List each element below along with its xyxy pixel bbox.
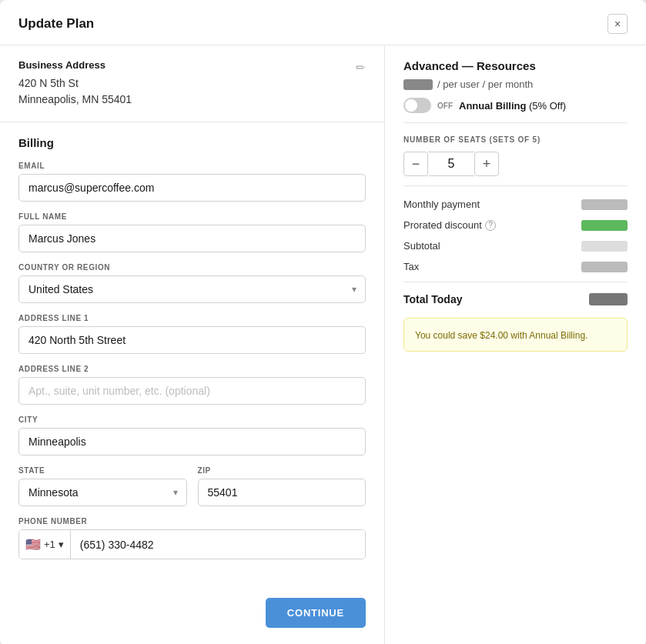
country-label: COUNTRY OR REGION — [18, 263, 366, 272]
flag-icon: 🇺🇸 — [25, 537, 41, 552]
city-label: CITY — [18, 415, 366, 424]
annual-billing-toggle[interactable] — [403, 98, 431, 113]
business-address-content: Business Address 420 N 5th St Minneapoli… — [18, 59, 132, 108]
prorated-discount-value — [581, 220, 628, 231]
edit-icon[interactable]: ✏ — [356, 61, 366, 75]
address2-group: ADDRESS LINE 2 — [18, 365, 366, 405]
plan-header: Advanced — Resources / per user / per mo… — [403, 45, 628, 123]
seats-control: − 5 + — [403, 152, 628, 176]
state-label: STATE — [18, 466, 187, 475]
business-address-label: Business Address — [18, 59, 132, 71]
business-address-section: Business Address 420 N 5th St Minneapoli… — [0, 45, 384, 122]
prorated-info-icon[interactable]: ? — [485, 220, 496, 231]
tax-value — [581, 262, 628, 272]
tax-row: Tax — [403, 261, 628, 272]
city-group: CITY — [18, 415, 366, 455]
phone-country-selector[interactable]: 🇺🇸 +1 ▾ — [19, 530, 71, 559]
country-select-wrapper: United States Canada United Kingdom ▾ — [18, 275, 366, 303]
state-zip-row: STATE Minnesota California New York ▾ ZI… — [18, 466, 366, 517]
business-address-line2: Minneapolis, MN 55401 — [18, 92, 132, 108]
phone-field-wrapper: 🇺🇸 +1 ▾ — [18, 529, 366, 559]
email-label: EMAIL — [18, 162, 366, 170]
annual-billing-row: OFF Annual Billing (5% Off) — [403, 98, 628, 113]
subtotal-label: Subtotal — [403, 240, 440, 252]
fullname-input[interactable] — [18, 225, 366, 252]
monthly-payment-label: Monthly payment — [403, 199, 480, 210]
phone-label: PHONE NUMBER — [18, 517, 366, 526]
total-value — [589, 293, 628, 305]
zip-input[interactable] — [198, 479, 367, 506]
seats-section: NUMBER OF SEATS (SETS OF 5) − 5 + — [403, 123, 628, 186]
savings-text: You could save $24.00 with Annual Billin… — [415, 330, 587, 341]
billing-section: Billing EMAIL FULL NAME COUNTRY OR REGIO… — [0, 122, 384, 589]
seats-decrement-button[interactable]: − — [403, 152, 428, 176]
total-label: Total Today — [403, 293, 462, 305]
phone-code: +1 — [44, 539, 55, 550]
address2-label: ADDRESS LINE 2 — [18, 365, 366, 373]
address2-input[interactable] — [18, 377, 366, 405]
prorated-discount-label: Prorated discount ? — [403, 219, 496, 231]
prorated-discount-row: Prorated discount ? — [403, 219, 628, 231]
business-address-line1: 420 N 5th St — [18, 75, 132, 92]
modal: Update Plan × Business Address 420 N 5th… — [0, 0, 646, 644]
state-select[interactable]: Minnesota California New York — [18, 479, 187, 506]
modal-body: Business Address 420 N 5th St Minneapoli… — [0, 45, 646, 644]
seats-increment-button[interactable]: + — [474, 152, 499, 176]
left-panel: Business Address 420 N 5th St Minneapoli… — [0, 45, 385, 644]
fullname-label: FULL NAME — [18, 212, 366, 221]
fullname-group: FULL NAME — [18, 212, 366, 252]
address1-input[interactable] — [18, 326, 366, 354]
seats-count: 5 — [428, 152, 474, 176]
monthly-payment-value — [581, 199, 628, 210]
state-group: STATE Minnesota California New York ▾ — [18, 466, 187, 506]
tax-label: Tax — [403, 261, 419, 272]
toggle-off-label: OFF — [437, 102, 453, 110]
zip-label: ZIP — [198, 466, 367, 475]
email-input[interactable] — [18, 174, 366, 202]
phone-group: PHONE NUMBER 🇺🇸 +1 ▾ — [18, 517, 366, 559]
subtotal-value — [581, 241, 628, 252]
savings-banner: You could save $24.00 with Annual Billin… — [403, 318, 628, 352]
address1-group: ADDRESS LINE 1 — [18, 314, 366, 354]
continue-row: CONTINUE — [0, 589, 384, 644]
country-group: COUNTRY OR REGION United States Canada U… — [18, 263, 366, 303]
pricing-section: Monthly payment Prorated discount ? Subt… — [403, 186, 628, 628]
toggle-knob — [405, 99, 417, 112]
price-bar-placeholder — [403, 79, 433, 90]
total-row: Total Today — [403, 282, 628, 313]
zip-group: ZIP — [198, 466, 367, 506]
state-select-wrapper: Minnesota California New York ▾ — [18, 479, 187, 506]
annual-billing-label: Annual Billing (5% Off) — [459, 100, 566, 112]
price-label: / per user / per month — [437, 78, 533, 90]
address1-label: ADDRESS LINE 1 — [18, 314, 366, 322]
billing-title: Billing — [18, 136, 366, 149]
seats-label: NUMBER OF SEATS (SETS OF 5) — [403, 135, 628, 144]
continue-button[interactable]: CONTINUE — [266, 598, 366, 628]
email-group: EMAIL — [18, 162, 366, 202]
city-input[interactable] — [18, 428, 366, 455]
monthly-payment-row: Monthly payment — [403, 199, 628, 210]
modal-title: Update Plan — [18, 16, 94, 32]
right-panel: Advanced — Resources / per user / per mo… — [385, 45, 646, 644]
plan-title: Advanced — Resources — [403, 59, 628, 72]
modal-header: Update Plan × — [0, 0, 646, 45]
phone-input[interactable] — [71, 530, 365, 559]
close-button[interactable]: × — [608, 14, 628, 34]
country-select[interactable]: United States Canada United Kingdom — [18, 275, 366, 303]
subtotal-row: Subtotal — [403, 240, 628, 252]
phone-chevron-icon: ▾ — [59, 539, 64, 550]
price-row: / per user / per month — [403, 78, 628, 90]
